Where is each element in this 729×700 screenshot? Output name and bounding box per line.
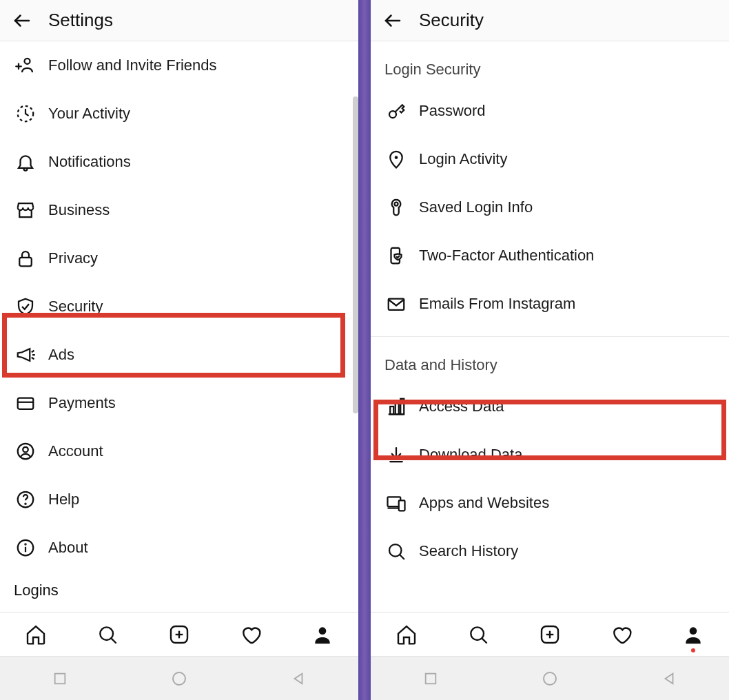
profile-icon (682, 624, 704, 646)
bottom-tabbar (371, 612, 729, 656)
home-icon (396, 624, 418, 646)
svg-rect-31 (390, 406, 393, 414)
security-pane: Security Login Security Password Login A… (371, 0, 729, 700)
arrow-left-icon (382, 10, 403, 31)
settings-item-notifications[interactable]: Notifications (0, 138, 358, 186)
security-item-password[interactable]: Password (371, 87, 729, 135)
settings-item-your-activity[interactable]: Your Activity (0, 90, 358, 138)
settings-item-payments[interactable]: Payments (0, 379, 358, 427)
item-label: Notifications (48, 153, 131, 171)
item-label: Your Activity (48, 105, 130, 123)
megaphone-icon (14, 343, 37, 367)
svg-rect-32 (396, 402, 399, 415)
section-logins: Logins (0, 572, 358, 609)
nav-recent[interactable] (420, 668, 441, 689)
item-label: Emails From Instagram (419, 295, 575, 313)
tab-profile[interactable] (681, 622, 706, 647)
devices-icon (384, 491, 408, 515)
help-circle-icon (14, 488, 37, 511)
tab-home[interactable] (23, 622, 48, 647)
svg-point-48 (544, 672, 556, 685)
security-item-download-data[interactable]: Download Data (371, 431, 729, 479)
settings-item-about[interactable]: About (0, 524, 358, 572)
svg-line-42 (482, 638, 486, 643)
settings-list[interactable]: Follow and Invite Friends Your Activity … (0, 41, 358, 612)
svg-rect-38 (399, 500, 405, 511)
security-item-login-activity[interactable]: Login Activity (371, 135, 729, 183)
security-item-saved-login[interactable]: Saved Login Info (371, 183, 729, 231)
triangle-left-icon (661, 671, 677, 686)
info-circle-icon (14, 536, 37, 559)
svg-point-26 (396, 156, 398, 158)
svg-point-20 (319, 627, 327, 635)
nav-home[interactable] (540, 668, 560, 689)
nav-back[interactable] (288, 668, 309, 689)
bar-chart-icon (384, 395, 408, 418)
search-icon (384, 539, 408, 563)
search-icon (467, 624, 489, 646)
svg-point-22 (173, 672, 185, 685)
profile-icon (311, 624, 333, 646)
item-label: About (48, 539, 88, 557)
security-list[interactable]: Login Security Password Login Activity S… (371, 41, 729, 612)
settings-item-ads[interactable]: Ads (0, 331, 358, 379)
svg-rect-6 (18, 398, 34, 409)
nav-home[interactable] (169, 668, 189, 689)
security-item-two-factor[interactable]: Two-Factor Authentication (371, 231, 729, 280)
item-label: Login Activity (419, 150, 507, 168)
heart-icon (240, 624, 262, 646)
user-circle-icon (14, 440, 37, 463)
tab-activity[interactable] (238, 622, 263, 647)
page-title: Settings (48, 10, 113, 31)
settings-item-privacy[interactable]: Privacy (0, 234, 358, 282)
settings-item-business[interactable]: Business (0, 186, 358, 234)
item-label: Two-Factor Authentication (419, 247, 594, 265)
tab-search[interactable] (95, 622, 120, 647)
svg-point-9 (23, 447, 28, 453)
tab-activity[interactable] (609, 622, 634, 647)
settings-pane: Settings Follow and Invite Friends Your … (0, 0, 358, 700)
arrow-left-icon (12, 10, 32, 31)
tab-profile[interactable] (310, 622, 335, 647)
settings-item-security[interactable]: Security (0, 282, 358, 331)
svg-rect-47 (425, 673, 435, 683)
tab-home[interactable] (394, 622, 419, 647)
svg-point-14 (25, 544, 25, 544)
svg-point-25 (389, 111, 396, 118)
android-nav-bar (0, 656, 358, 700)
circle-icon (171, 670, 187, 687)
security-item-access-data[interactable]: Access Data (371, 382, 729, 431)
settings-item-account[interactable]: Account (0, 427, 358, 475)
search-icon (96, 624, 119, 646)
nav-back[interactable] (659, 668, 679, 689)
pane-divider (358, 0, 371, 700)
download-icon (384, 443, 408, 466)
square-icon (52, 671, 68, 686)
svg-rect-21 (54, 673, 65, 683)
tab-create[interactable] (167, 622, 192, 647)
nav-recent[interactable] (50, 668, 70, 689)
settings-item-help[interactable]: Help (0, 475, 358, 524)
tab-search[interactable] (466, 622, 491, 647)
security-item-search-history[interactable]: Search History (371, 527, 729, 575)
svg-marker-23 (295, 673, 302, 683)
lock-icon (14, 247, 37, 270)
item-label: Download Data (419, 446, 522, 464)
add-person-icon (14, 54, 37, 77)
location-pin-icon (384, 147, 408, 171)
security-item-apps-websites[interactable]: Apps and Websites (371, 479, 729, 527)
back-button[interactable] (379, 7, 407, 34)
svg-rect-33 (400, 399, 404, 415)
svg-line-40 (400, 555, 404, 559)
item-label: Saved Login Info (419, 198, 533, 216)
back-button[interactable] (8, 7, 36, 34)
svg-line-16 (111, 638, 116, 643)
item-label: Business (48, 201, 110, 219)
android-nav-bar (371, 656, 729, 700)
settings-item-follow-invite[interactable]: Follow and Invite Friends (0, 41, 358, 90)
home-icon (25, 624, 47, 646)
tab-create[interactable] (537, 622, 562, 647)
item-label: Apps and Websites (419, 494, 549, 512)
security-item-emails[interactable]: Emails From Instagram (371, 280, 729, 328)
svg-marker-49 (666, 673, 673, 683)
